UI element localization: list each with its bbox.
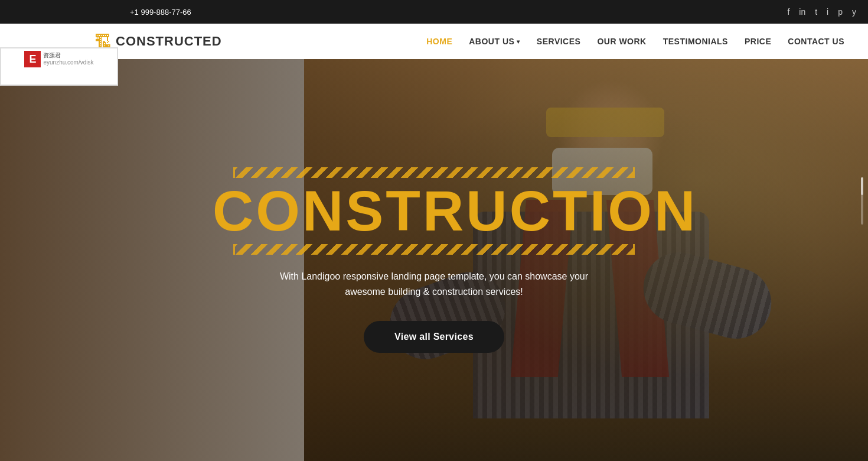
hero-content: CONSTRUCTION With Landigoo responsive la… (213, 167, 655, 352)
watermark: E 资源君 eyunzhu.com/vdisk (0, 47, 118, 86)
watermark-text: 资源君 eyunzhu.com/vdisk (43, 52, 93, 66)
watermark-e: E (24, 51, 41, 67)
top-bar: +1 999-888-77-66 f in t i p y (0, 0, 868, 24)
nav-home[interactable]: HOME (426, 37, 452, 46)
nav-price[interactable]: PRICE (745, 37, 771, 46)
hero-section: CONSTRUCTION With Landigoo responsive la… (0, 59, 868, 461)
hero-subtitle: With Landigoo responsive landing page te… (269, 269, 599, 299)
about-dropdown-icon: ▾ (517, 38, 520, 45)
facebook-icon[interactable]: f (787, 7, 789, 17)
youtube-icon[interactable]: y (852, 7, 856, 17)
nav-testimonials[interactable]: TESTIMONIALS (663, 37, 728, 46)
hero-title: CONSTRUCTION (213, 183, 655, 239)
nav-services[interactable]: SERVICES (537, 37, 581, 46)
social-links: f in t i p y (787, 7, 856, 17)
phone-number: +1 999-888-77-66 (130, 8, 191, 17)
logo-text: CONSTRUCTED (116, 34, 222, 49)
pinterest-icon[interactable]: p (838, 7, 843, 17)
view-services-button[interactable]: View all Services (364, 321, 504, 353)
instagram-icon[interactable]: i (827, 7, 828, 17)
scrollbar-thumb (861, 177, 863, 195)
linkedin-icon[interactable]: in (799, 7, 805, 17)
hero-stripe-bottom (233, 244, 635, 255)
main-nav: HOME ABOUT US ▾ SERVICES OUR WORK TESTIM… (426, 37, 844, 46)
header: E 资源君 eyunzhu.com/vdisk 🏗 CONSTRUCTED HO… (0, 24, 868, 59)
twitter-icon[interactable]: t (815, 7, 817, 17)
nav-our-work[interactable]: OUR WORK (597, 37, 646, 46)
nav-about[interactable]: ABOUT US ▾ (469, 37, 520, 46)
nav-contact[interactable]: CONTACT US (788, 37, 844, 46)
scrollbar-hint (861, 177, 863, 225)
hero-stripe-top (233, 167, 635, 178)
